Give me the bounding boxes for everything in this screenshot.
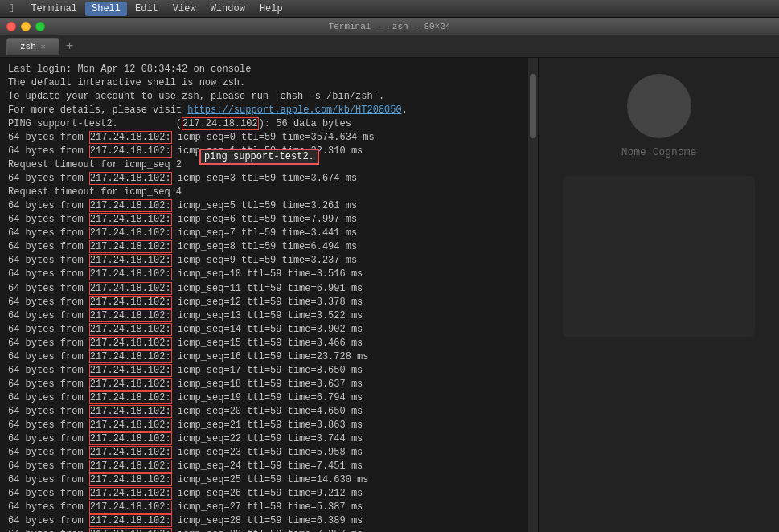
right-panel-title: Nome Cognome <box>621 146 697 158</box>
terminal-line: PING support-test2. (217.24.18.102): 56 … <box>8 117 520 131</box>
tab-close-icon[interactable]: ✕ <box>41 42 46 51</box>
terminal-tab[interactable]: zsh ✕ <box>6 38 59 55</box>
ip-address: 217.24.18.102: <box>89 391 172 404</box>
terminal-line: 64 bytes from 217.24.18.102: icmp_seq=21… <box>8 419 520 432</box>
traffic-lights <box>6 22 45 31</box>
ip-address: 217.24.18.102: <box>89 446 172 459</box>
terminal-line: 64 bytes from 217.24.18.102: icmp_seq=3 … <box>8 172 520 186</box>
terminal-line: 64 bytes from 217.24.18.102: icmp_seq=25… <box>8 473 520 487</box>
ip-address: 217.24.18.102: <box>89 131 172 144</box>
ip-address: 217.24.18.102: <box>89 296 172 309</box>
ip-address: 217.24.18.102: <box>89 323 172 336</box>
ip-address: 217.24.18.102: <box>89 514 172 527</box>
terminal-line: 64 bytes from 217.24.18.102: icmp_seq=20… <box>8 405 520 419</box>
ip-address: 217.24.18.102: <box>89 199 172 212</box>
terminal-line: 64 bytes from 217.24.18.102: icmp_seq=27… <box>8 501 520 514</box>
menu-window[interactable]: Window <box>204 2 252 16</box>
menu-terminal[interactable]: Terminal <box>24 2 84 16</box>
ip-address: 217.24.18.102: <box>89 364 172 377</box>
window-title: Terminal — -zsh — 80×24 <box>329 22 451 31</box>
terminal-line: To update your account to use zsh, pleas… <box>8 90 520 104</box>
ping-ip: 217.24.18.102 <box>182 117 259 130</box>
ip-address: 217.24.18.102: <box>89 172 172 185</box>
terminal-line: For more details, please visit https://s… <box>8 104 520 117</box>
ip-address: 217.24.18.102: <box>89 268 172 280</box>
ip-address: 217.24.18.102: <box>89 309 172 322</box>
terminal-line: 64 bytes from 217.24.18.102: icmp_seq=5 … <box>8 199 520 213</box>
terminal-line: 64 bytes from 217.24.18.102: icmp_seq=17… <box>8 364 520 378</box>
terminal-line: 64 bytes from 217.24.18.102: icmp_seq=14… <box>8 323 520 337</box>
ip-address: 217.24.18.102: <box>89 350 172 363</box>
ip-address: 217.24.18.102: <box>89 145 172 158</box>
terminal-line: 64 bytes from 217.24.18.102: icmp_seq=16… <box>8 350 520 364</box>
url-link[interactable]: https://support.apple.com/kb/HT208050 <box>187 104 401 116</box>
terminal-line: 64 bytes from 217.24.18.102: icmp_seq=19… <box>8 391 520 405</box>
terminal-line: 64 bytes from 217.24.18.102: icmp_seq=18… <box>8 378 520 391</box>
menu-bar:  Terminal Shell Edit View Window Help <box>0 0 779 18</box>
ip-address: 217.24.18.102: <box>89 282 172 295</box>
maximize-button[interactable] <box>35 22 45 31</box>
ip-address: 217.24.18.102: <box>89 337 172 350</box>
close-button[interactable] <box>6 22 16 31</box>
terminal-line: 64 bytes from 217.24.18.102: icmp_seq=7 … <box>8 227 520 240</box>
terminal-line: 64 bytes from 217.24.18.102: icmp_seq=23… <box>8 446 520 460</box>
terminal-output: Last login: Mon Apr 12 08:34:42 on conso… <box>8 63 520 532</box>
ip-address: 217.24.18.102: <box>89 240 172 253</box>
ip-address: 217.24.18.102: <box>89 419 172 432</box>
menu-edit[interactable]: Edit <box>129 2 165 16</box>
ip-address: 217.24.18.102: <box>89 487 172 500</box>
terminal-line: 64 bytes from 217.24.18.102: icmp_seq=9 … <box>8 254 520 268</box>
terminal-content[interactable]: ping support-test2. Last login: Mon Apr … <box>0 58 528 532</box>
apple-menu[interactable]:  <box>3 1 23 17</box>
menu-view[interactable]: View <box>166 2 203 16</box>
menu-help[interactable]: Help <box>253 2 289 16</box>
ip-address: 217.24.18.102: <box>89 460 172 473</box>
new-tab-button[interactable]: + <box>66 39 74 54</box>
terminal-line: 64 bytes from 217.24.18.102: icmp_seq=6 … <box>8 213 520 227</box>
ip-address: 217.24.18.102: <box>89 405 172 418</box>
tabbar: zsh ✕ + <box>0 35 779 58</box>
terminal-line: Request timeout for icmp_seq 4 <box>8 186 520 199</box>
terminal-line: 64 bytes from 217.24.18.102: icmp_seq=11… <box>8 282 520 296</box>
terminal-line: 64 bytes from 217.24.18.102: icmp_seq=24… <box>8 460 520 473</box>
terminal-line: Last login: Mon Apr 12 08:34:42 on conso… <box>8 63 520 76</box>
tab-label: zsh <box>20 42 36 51</box>
ip-address: 217.24.18.102: <box>89 254 172 267</box>
scrollbar-thumb[interactable] <box>530 74 536 138</box>
avatar <box>627 74 691 138</box>
terminal-line: 64 bytes from 217.24.18.102: icmp_seq=22… <box>8 432 520 446</box>
terminal-line: 64 bytes from 217.24.18.102: icmp_seq=28… <box>8 514 520 528</box>
minimize-button[interactable] <box>21 22 31 31</box>
ip-address: 217.24.18.102: <box>89 378 172 391</box>
right-panel: Nome Cognome <box>538 58 779 532</box>
terminal-line: 64 bytes from 217.24.18.102: icmp_seq=8 … <box>8 240 520 254</box>
search-highlight-box: ping support-test2. <box>199 149 319 165</box>
ip-address: 217.24.18.102: <box>89 432 172 445</box>
terminal-line: 64 bytes from 217.24.18.102: icmp_seq=29… <box>8 528 520 532</box>
terminal-line: 64 bytes from 217.24.18.102: icmp_seq=15… <box>8 337 520 350</box>
ip-address: 217.24.18.102: <box>89 528 172 532</box>
ip-address: 217.24.18.102: <box>89 227 172 239</box>
right-panel-content <box>563 176 755 337</box>
ip-address: 217.24.18.102: <box>89 473 172 486</box>
titlebar: Terminal — -zsh — 80×24 <box>0 18 779 35</box>
terminal-line: 64 bytes from 217.24.18.102: icmp_seq=26… <box>8 487 520 501</box>
terminal-line: The default interactive shell is now zsh… <box>8 76 520 90</box>
scrollbar-track[interactable] <box>528 58 538 532</box>
terminal-area: ping support-test2. Last login: Mon Apr … <box>0 58 779 532</box>
ip-address: 217.24.18.102: <box>89 213 172 226</box>
terminal-line: 64 bytes from 217.24.18.102: icmp_seq=10… <box>8 268 520 281</box>
terminal-line: 64 bytes from 217.24.18.102: icmp_seq=12… <box>8 296 520 309</box>
menu-shell[interactable]: Shell <box>85 2 127 16</box>
terminal-line: 64 bytes from 217.24.18.102: icmp_seq=0 … <box>8 131 520 145</box>
ip-address: 217.24.18.102: <box>89 501 172 514</box>
terminal-line: 64 bytes from 217.24.18.102: icmp_seq=13… <box>8 309 520 323</box>
